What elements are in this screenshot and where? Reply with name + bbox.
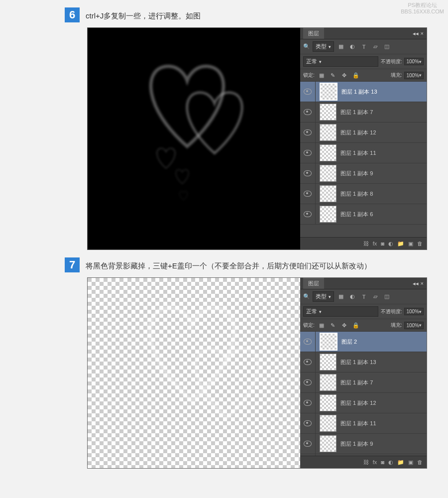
filter-shape-icon[interactable]: ▱ bbox=[371, 43, 380, 51]
adjustment-icon[interactable]: ◐ bbox=[388, 241, 393, 247]
layer-item[interactable]: 图层 1 副本 12 bbox=[300, 393, 427, 413]
lock-all-icon[interactable]: 🔒 bbox=[351, 71, 360, 79]
layer-thumbnail[interactable] bbox=[320, 415, 336, 432]
screenshot-6: 图层 ◂◂ × 🔍 类型▾ ▦ ◐ T ▱ ◫ 正常▾ 不透明度: 100%▾ … bbox=[87, 27, 427, 250]
lock-position-icon[interactable]: ✥ bbox=[340, 71, 349, 79]
filter-smart-icon[interactable]: ◫ bbox=[382, 293, 391, 301]
new-layer-icon[interactable]: ▣ bbox=[408, 459, 413, 466]
layer-thumbnail[interactable] bbox=[320, 435, 336, 452]
layer-item[interactable]: 图层 1 副本 12 bbox=[300, 123, 427, 143]
panel-footer: ⛓ fx ◙ ◐ 📁 ▣ 🗑 bbox=[300, 237, 427, 249]
layer-name: 图层 1 副本 11 bbox=[340, 149, 376, 157]
panel-tab[interactable]: 图层 bbox=[303, 28, 324, 39]
opacity-input[interactable]: 100%▾ bbox=[404, 308, 424, 315]
layer-item[interactable]: 图层 1 副本 7 bbox=[300, 373, 427, 393]
filter-text-icon[interactable]: T bbox=[359, 43, 368, 51]
fx-icon[interactable]: fx bbox=[373, 459, 377, 465]
adjustment-icon[interactable]: ◐ bbox=[388, 459, 393, 466]
eye-icon bbox=[304, 211, 312, 217]
filter-row: 🔍 类型▾ ▦ ◐ T ▱ ◫ bbox=[300, 39, 427, 54]
close-icon[interactable]: × bbox=[421, 30, 424, 37]
canvas-6 bbox=[88, 28, 300, 249]
layer-item[interactable]: 图层 1 副本 8 bbox=[300, 184, 427, 204]
lock-all-icon[interactable]: 🔒 bbox=[351, 321, 360, 329]
layer-thumbnail[interactable] bbox=[320, 104, 336, 121]
trash-icon[interactable]: 🗑 bbox=[417, 459, 423, 465]
layer-thumbnail[interactable] bbox=[320, 144, 336, 161]
filter-pixel-icon[interactable]: ▦ bbox=[336, 43, 345, 51]
new-layer-icon[interactable]: ▣ bbox=[408, 241, 413, 247]
filter-pixel-icon[interactable]: ▦ bbox=[336, 293, 345, 301]
close-icon[interactable]: × bbox=[421, 280, 424, 287]
fill-input[interactable]: 100%▾ bbox=[404, 72, 424, 79]
visibility-toggle[interactable] bbox=[300, 143, 316, 163]
visibility-toggle[interactable] bbox=[300, 373, 316, 392]
filter-dropdown[interactable]: 类型▾ bbox=[313, 291, 334, 302]
layer-name: 图层 1 副本 9 bbox=[340, 440, 373, 448]
visibility-toggle[interactable] bbox=[300, 434, 316, 454]
layer-thumbnail[interactable] bbox=[320, 374, 336, 391]
layer-item[interactable]: 图层 1 副本 13 bbox=[300, 82, 427, 102]
lock-position-icon[interactable]: ✥ bbox=[340, 321, 349, 329]
panel-tab[interactable]: 图层 bbox=[303, 278, 324, 289]
lock-brush-icon[interactable]: ✎ bbox=[329, 321, 337, 329]
layer-thumbnail[interactable] bbox=[320, 185, 336, 202]
blend-mode-dropdown[interactable]: 正常▾ bbox=[303, 306, 378, 317]
lock-pixels-icon[interactable]: ▦ bbox=[317, 321, 326, 329]
visibility-toggle[interactable] bbox=[300, 163, 316, 183]
layer-thumbnail[interactable] bbox=[320, 354, 336, 371]
layer-item[interactable]: 图层 1 副本 13 bbox=[300, 352, 427, 373]
fill-label: 填充: bbox=[391, 322, 402, 329]
layer-thumbnail[interactable] bbox=[320, 165, 336, 182]
link-icon[interactable]: ⛓ bbox=[363, 459, 369, 465]
filter-text-icon[interactable]: T bbox=[359, 293, 368, 301]
eye-icon bbox=[304, 359, 312, 365]
visibility-toggle[interactable] bbox=[300, 332, 316, 352]
lock-brush-icon[interactable]: ✎ bbox=[329, 71, 337, 79]
filter-smart-icon[interactable]: ◫ bbox=[382, 43, 391, 51]
layer-thumbnail[interactable] bbox=[320, 394, 336, 411]
eye-icon bbox=[304, 89, 312, 95]
layers-panel-6: 图层 ◂◂ × 🔍 类型▾ ▦ ◐ T ▱ ◫ 正常▾ 不透明度: 100%▾ … bbox=[300, 28, 427, 249]
collapse-icon[interactable]: ◂◂ bbox=[413, 280, 419, 287]
blend-mode-dropdown[interactable]: 正常▾ bbox=[303, 56, 378, 67]
collapse-icon[interactable]: ◂◂ bbox=[413, 30, 419, 37]
trash-icon[interactable]: 🗑 bbox=[417, 241, 423, 247]
lock-pixels-icon[interactable]: ▦ bbox=[317, 71, 326, 79]
visibility-toggle[interactable] bbox=[300, 393, 316, 413]
fx-icon[interactable]: fx bbox=[373, 241, 377, 247]
layer-thumbnail[interactable] bbox=[320, 333, 337, 351]
group-icon[interactable]: 📁 bbox=[397, 241, 404, 247]
filter-shape-icon[interactable]: ▱ bbox=[371, 293, 380, 301]
mask-icon[interactable]: ◙ bbox=[381, 241, 384, 247]
layer-item[interactable]: 图层 1 副本 9 bbox=[300, 163, 427, 184]
visibility-toggle[interactable] bbox=[300, 204, 316, 224]
visibility-toggle[interactable] bbox=[300, 102, 316, 122]
visibility-toggle[interactable] bbox=[300, 123, 316, 142]
filter-search-icon[interactable]: 🔍 bbox=[303, 293, 310, 300]
link-icon[interactable]: ⛓ bbox=[363, 241, 369, 247]
layer-item[interactable]: 图层 1 副本 11 bbox=[300, 143, 427, 163]
layer-item[interactable]: 图层 1 副本 6 bbox=[300, 204, 427, 225]
fill-input[interactable]: 100%▾ bbox=[404, 322, 424, 329]
layer-thumbnail[interactable] bbox=[320, 124, 336, 141]
visibility-toggle[interactable] bbox=[300, 413, 316, 433]
layer-thumbnail[interactable] bbox=[320, 206, 336, 223]
filter-search-icon[interactable]: 🔍 bbox=[303, 43, 310, 50]
visibility-toggle[interactable] bbox=[300, 184, 316, 204]
eye-icon bbox=[304, 129, 312, 135]
visibility-toggle[interactable] bbox=[300, 82, 316, 102]
step-6-text: ctrl+J多复制一些，进行调整。如图 bbox=[86, 7, 201, 22]
layer-thumbnail[interactable] bbox=[320, 83, 337, 101]
opacity-input[interactable]: 100%▾ bbox=[404, 58, 424, 65]
group-icon[interactable]: 📁 bbox=[397, 459, 404, 466]
filter-adjust-icon[interactable]: ◐ bbox=[348, 293, 357, 301]
filter-adjust-icon[interactable]: ◐ bbox=[348, 43, 357, 51]
layer-item[interactable]: 图层 1 副本 9 bbox=[300, 434, 427, 454]
filter-dropdown[interactable]: 类型▾ bbox=[313, 41, 334, 52]
layer-item[interactable]: 图层 1 副本 7 bbox=[300, 102, 427, 123]
layer-item[interactable]: 图层 2 bbox=[300, 332, 427, 352]
layer-item[interactable]: 图层 1 副本 11 bbox=[300, 413, 427, 434]
visibility-toggle[interactable] bbox=[300, 352, 316, 372]
mask-icon[interactable]: ◙ bbox=[381, 459, 384, 465]
